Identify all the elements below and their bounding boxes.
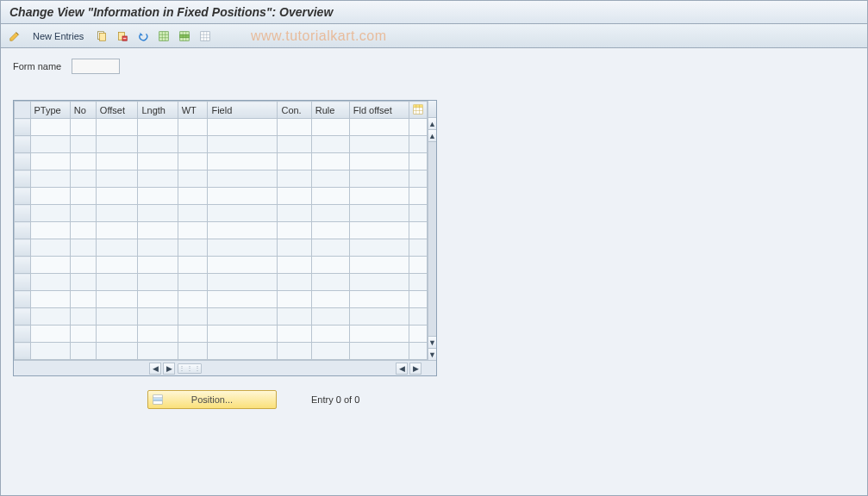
cell[interactable]	[30, 153, 70, 170]
cell[interactable]	[178, 308, 208, 326]
cell[interactable]	[70, 257, 96, 274]
cell[interactable]	[311, 153, 349, 170]
row-selector[interactable]	[15, 205, 31, 222]
cell[interactable]	[70, 343, 96, 360]
cell[interactable]	[278, 136, 311, 153]
cell[interactable]	[30, 136, 70, 153]
cell[interactable]	[138, 308, 178, 326]
cell[interactable]	[70, 119, 96, 136]
cell[interactable]	[311, 222, 349, 239]
cell[interactable]	[278, 308, 311, 326]
cell[interactable]	[96, 343, 138, 360]
row-selector[interactable]	[15, 343, 31, 360]
cell[interactable]	[70, 188, 96, 205]
col-header-con[interactable]: Con.	[278, 102, 311, 119]
cell[interactable]	[349, 153, 409, 170]
cell[interactable]	[349, 343, 409, 360]
row-selector[interactable]	[15, 119, 31, 136]
cell[interactable]	[208, 222, 278, 239]
cell[interactable]	[96, 308, 138, 326]
cell[interactable]	[178, 153, 208, 170]
cell[interactable]	[96, 239, 138, 257]
cell[interactable]	[178, 136, 208, 153]
cell[interactable]	[178, 257, 208, 274]
scroll-right-step-button[interactable]: ▶	[163, 363, 175, 375]
cell[interactable]	[278, 343, 311, 360]
cell[interactable]	[278, 274, 311, 291]
position-button[interactable]: Position...	[147, 390, 277, 409]
cell[interactable]	[96, 170, 138, 188]
cell[interactable]	[178, 222, 208, 239]
cell[interactable]	[178, 326, 208, 343]
cell[interactable]	[311, 119, 349, 136]
cell[interactable]	[349, 222, 409, 239]
cell[interactable]	[138, 153, 178, 170]
cell[interactable]	[278, 170, 311, 188]
cell[interactable]	[30, 205, 70, 222]
copy-as-button[interactable]	[93, 28, 110, 45]
new-entries-button[interactable]: New Entries	[27, 28, 90, 45]
col-header-rule[interactable]: Rule	[311, 102, 349, 119]
cell[interactable]	[278, 257, 311, 274]
cell[interactable]	[96, 188, 138, 205]
cell[interactable]	[311, 136, 349, 153]
select-block-button[interactable]	[176, 28, 193, 45]
cell[interactable]	[178, 188, 208, 205]
cell[interactable]	[70, 326, 96, 343]
cell[interactable]	[349, 136, 409, 153]
cell[interactable]	[178, 205, 208, 222]
cell[interactable]	[30, 239, 70, 257]
cell[interactable]	[349, 119, 409, 136]
horizontal-thumb[interactable]: ⋮⋮⋮	[178, 363, 202, 374]
cell[interactable]	[311, 274, 349, 291]
select-all-corner[interactable]	[15, 102, 31, 119]
cell[interactable]	[349, 326, 409, 343]
cell[interactable]	[349, 188, 409, 205]
cell[interactable]	[178, 343, 208, 360]
cell[interactable]	[178, 291, 208, 308]
cell[interactable]	[138, 326, 178, 343]
cell[interactable]	[30, 119, 70, 136]
cell[interactable]	[30, 326, 70, 343]
cell[interactable]	[30, 308, 70, 326]
cell[interactable]	[30, 274, 70, 291]
cell[interactable]	[178, 239, 208, 257]
cell[interactable]	[349, 239, 409, 257]
form-name-input[interactable]	[72, 59, 120, 74]
cell[interactable]	[208, 136, 278, 153]
cell[interactable]	[70, 222, 96, 239]
cell[interactable]	[208, 291, 278, 308]
row-selector[interactable]	[15, 291, 31, 308]
deselect-all-button[interactable]	[197, 28, 214, 45]
cell[interactable]	[96, 222, 138, 239]
cell[interactable]	[208, 326, 278, 343]
cell[interactable]	[70, 239, 96, 257]
cell[interactable]	[208, 274, 278, 291]
cell[interactable]	[311, 170, 349, 188]
cell[interactable]	[138, 291, 178, 308]
cell[interactable]	[96, 153, 138, 170]
col-header-offset[interactable]: Offset	[96, 102, 138, 119]
scroll-down-button[interactable]: ▼	[428, 348, 436, 360]
cell[interactable]	[138, 136, 178, 153]
table-settings-button[interactable]	[409, 102, 428, 119]
cell[interactable]	[70, 274, 96, 291]
cell[interactable]	[70, 308, 96, 326]
cell[interactable]	[30, 170, 70, 188]
cell[interactable]	[138, 222, 178, 239]
select-all-button[interactable]	[155, 28, 172, 45]
scroll-right-button[interactable]: ▶	[409, 363, 422, 375]
vertical-scrollbar[interactable]: ▲ ▲ ▼ ▼	[428, 101, 436, 360]
cell[interactable]	[311, 326, 349, 343]
scroll-up-button-2[interactable]: ▲	[428, 130, 436, 142]
row-selector[interactable]	[15, 136, 31, 153]
col-header-wt[interactable]: WT	[178, 102, 208, 119]
cell[interactable]	[138, 119, 178, 136]
row-selector[interactable]	[15, 326, 31, 343]
cell[interactable]	[208, 205, 278, 222]
vertical-track[interactable]	[428, 142, 436, 336]
cell[interactable]	[30, 291, 70, 308]
cell[interactable]	[96, 326, 138, 343]
undo-button[interactable]	[134, 28, 152, 45]
cell[interactable]	[178, 274, 208, 291]
